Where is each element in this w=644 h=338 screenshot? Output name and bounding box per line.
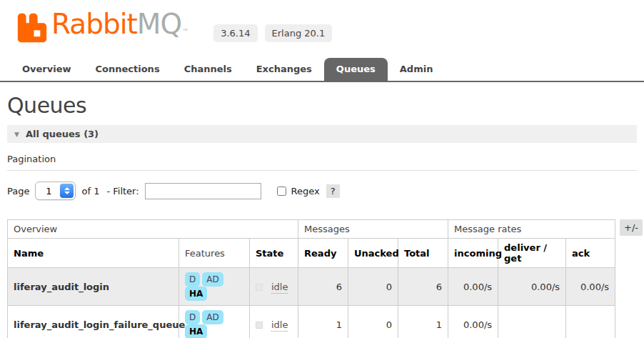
tab-queues[interactable]: Queues xyxy=(324,58,388,81)
column-header-incoming[interactable]: incoming xyxy=(448,239,498,268)
queues-table-container: Overview Messages Message rates Name Fea… xyxy=(7,219,637,338)
group-header-overview: Overview xyxy=(8,220,298,239)
tab-connections[interactable]: Connections xyxy=(84,58,172,81)
page-select-value: 1 xyxy=(37,186,60,197)
regex-option: Regex xyxy=(277,186,320,197)
filter-input[interactable] xyxy=(145,183,261,199)
collapse-triangle-icon: ▼ xyxy=(14,131,19,138)
brand-wordmark: RabbitMQ™ xyxy=(51,9,188,46)
filter-label: - Filter: xyxy=(106,186,139,197)
regex-label: Regex xyxy=(291,186,320,197)
ready-cell: 1 xyxy=(298,306,348,338)
table-row: liferay_audit_login_failure_queue DADHA … xyxy=(8,306,615,338)
section-toggle-label: All queues (3) xyxy=(26,129,99,139)
deliver-get-rate-cell: 0.00/s xyxy=(498,268,566,306)
feature-ha-badge: HA xyxy=(185,287,207,301)
rabbitmq-version-badge: 3.6.14 xyxy=(213,24,257,42)
group-header-messages: Messages xyxy=(298,220,448,239)
regex-help-button[interactable]: ? xyxy=(326,184,340,198)
state-label: idle xyxy=(271,319,288,332)
tab-overview[interactable]: Overview xyxy=(10,58,84,81)
feature-durable-badge: D xyxy=(185,310,200,324)
page-title: Queues xyxy=(7,93,637,118)
pagination-heading: Pagination xyxy=(7,154,637,171)
state-label: idle xyxy=(271,282,288,294)
page-of-label: of 1 xyxy=(81,186,99,197)
feature-autodelete-badge: AD xyxy=(202,310,223,324)
tab-channels[interactable]: Channels xyxy=(172,58,244,81)
column-header-unacked[interactable]: Unacked xyxy=(348,239,398,268)
page-label: Page xyxy=(7,186,29,197)
select-stepper-icon xyxy=(60,184,74,198)
column-header-total[interactable]: Total xyxy=(398,239,448,268)
incoming-rate-cell: 0.00/s xyxy=(448,268,498,306)
toggle-columns-button[interactable]: +/- xyxy=(620,219,643,236)
incoming-rate-cell: 0.00/s xyxy=(448,306,498,338)
column-header-features: Features xyxy=(179,239,250,268)
page-select[interactable]: 1 xyxy=(35,182,76,200)
regex-checkbox[interactable] xyxy=(277,187,286,196)
ack-rate-cell: 0.00/s xyxy=(566,268,615,306)
column-header-deliver-get[interactable]: deliver / get xyxy=(498,239,566,268)
erlang-version-badge: Erlang 20.1 xyxy=(265,24,333,42)
column-header-ready[interactable]: Ready xyxy=(298,239,348,268)
table-column-header-row: Name Features State Ready Unacked Total … xyxy=(8,239,615,268)
main-content: Queues ▼ All queues (3) Pagination Page … xyxy=(0,93,644,338)
tab-admin[interactable]: Admin xyxy=(388,58,446,81)
column-header-ack[interactable]: ack xyxy=(566,239,615,268)
main-nav-tabs: Overview Connections Channels Exchanges … xyxy=(0,58,644,82)
state-indicator-icon xyxy=(256,322,263,329)
all-queues-section-toggle[interactable]: ▼ All queues (3) xyxy=(7,125,637,143)
state-cell: idle xyxy=(250,268,298,306)
rabbitmq-logo-icon xyxy=(17,13,47,43)
feature-ha-badge: HA xyxy=(185,324,207,338)
feature-durable-badge: D xyxy=(185,272,200,287)
queue-name-link[interactable]: liferay_audit_login xyxy=(8,268,179,306)
group-header-message-rates: Message rates xyxy=(448,220,615,239)
pagination-controls: Page 1 of 1 - Filter: Regex ? xyxy=(7,182,637,200)
state-indicator-icon xyxy=(256,284,263,291)
trademark-symbol: ™ xyxy=(182,28,188,35)
features-cell: DADHA xyxy=(179,306,250,338)
feature-autodelete-badge: AD xyxy=(202,272,223,287)
ready-cell: 6 xyxy=(298,268,348,306)
total-cell: 1 xyxy=(398,306,448,338)
features-cell: DADHA xyxy=(179,268,250,306)
table-row: liferay_audit_login DADHA idle 6 0 6 0.0… xyxy=(8,268,615,306)
unacked-cell: 0 xyxy=(348,306,398,338)
queue-name-link[interactable]: liferay_audit_login_failure_queue xyxy=(8,306,179,338)
app-header: RabbitMQ™ 3.6.14 Erlang 20.1 xyxy=(0,0,644,46)
brand-primary: Rabbit xyxy=(51,8,137,40)
rabbitmq-logo[interactable]: RabbitMQ™ xyxy=(17,9,188,46)
ack-rate-cell xyxy=(566,306,615,338)
total-cell: 6 xyxy=(398,268,448,306)
version-badges: 3.6.14 Erlang 20.1 xyxy=(213,24,332,42)
brand-secondary: MQ xyxy=(137,8,181,40)
column-header-state[interactable]: State xyxy=(250,239,298,268)
unacked-cell: 0 xyxy=(348,268,398,306)
queues-table: Overview Messages Message rates Name Fea… xyxy=(7,219,615,338)
tab-exchanges[interactable]: Exchanges xyxy=(244,58,324,81)
state-cell: idle xyxy=(250,306,298,338)
deliver-get-rate-cell xyxy=(498,306,566,338)
table-group-header-row: Overview Messages Message rates xyxy=(8,220,615,239)
column-header-name[interactable]: Name xyxy=(8,239,179,268)
